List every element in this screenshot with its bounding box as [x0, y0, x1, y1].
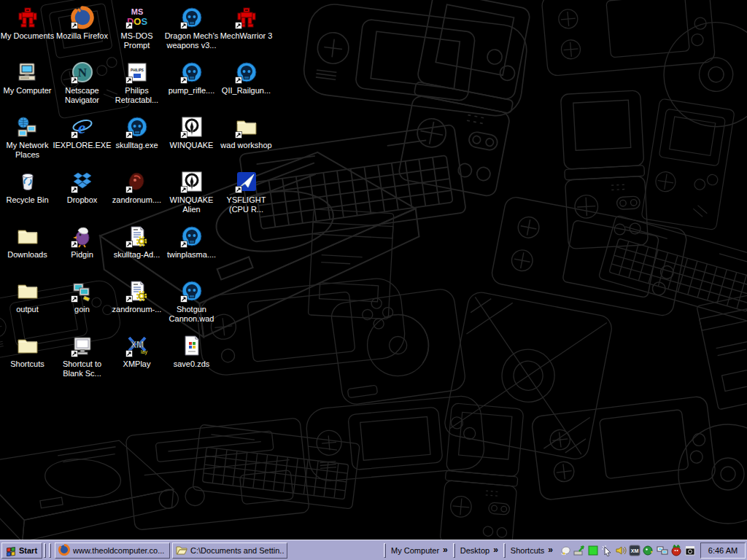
toolbar-label[interactable]: My Computer — [387, 546, 443, 555]
desktop-icon[interactable]: wad workshop — [219, 115, 274, 150]
desktop-icon[interactable]: skulltag-Ad... — [109, 225, 164, 260]
desktop-icon[interactable]: goin — [55, 279, 109, 314]
desktop-icon[interactable]: save0.zds — [164, 334, 219, 369]
desktop-icon-label: Shortcut to Blank Sc... — [51, 359, 114, 378]
xmplay-tray-icon[interactable]: XM — [629, 545, 640, 556]
system-tray: XM — [557, 545, 699, 556]
desktop-icon[interactable]: WINQUAKE Alien — [164, 170, 219, 214]
desktop-icon[interactable]: eIEXPLORE.EXE — [55, 115, 109, 150]
toolbar-grip[interactable] — [453, 543, 455, 558]
svg-text:lay: lay — [141, 349, 147, 355]
svg-text:N: N — [77, 66, 87, 79]
desktop-icon-label: Downloads — [0, 250, 59, 260]
desktop-icon-grid: My DocumentsMozilla FirefoxMSDOSMS-DOS P… — [0, 0, 747, 540]
keyboard-arrow-tray-icon[interactable] — [573, 545, 585, 556]
goin-icon — [71, 279, 94, 303]
desktop-icon-label: Shotgun Cannon.wad — [160, 305, 223, 323]
desktop-icon-label: Mozilla Firefox — [51, 31, 114, 41]
desktop-icon[interactable]: skulltag.exe — [109, 115, 164, 150]
desktop-icon[interactable]: Downloads — [0, 225, 55, 260]
taskbar-window-button[interactable]: C:\Documents and Settin... — [172, 542, 287, 559]
firefox-small-icon — [58, 544, 70, 557]
desktop-icon-label: WINQUAKE — [160, 141, 223, 150]
config-file-icon — [125, 279, 149, 303]
desktop-icon-label: skulltag.exe — [106, 141, 169, 150]
folder-icon — [16, 225, 39, 248]
network-tray-icon[interactable] — [657, 545, 668, 556]
desktop: My DocumentsMozilla FirefoxMSDOSMS-DOS P… — [0, 0, 747, 560]
desktop-icon[interactable]: Shortcuts — [0, 334, 55, 369]
desktop-icon[interactable]: output — [0, 279, 55, 314]
taskbar-grip[interactable] — [49, 543, 51, 558]
svg-text:XM: XM — [131, 340, 144, 350]
desktop-icon[interactable]: MechWarrior 3 — [219, 6, 274, 41]
green-creature-tray-icon[interactable] — [643, 545, 654, 556]
svg-text:MS: MS — [131, 7, 143, 16]
desktop-icon[interactable]: YSFLIGHT (CPU R... — [219, 170, 274, 214]
volume-tray-icon[interactable] — [615, 545, 627, 556]
desktop-icon[interactable]: pump_rifle.... — [164, 61, 219, 96]
quake-icon — [180, 115, 204, 139]
zandronum-sprite-icon — [125, 170, 149, 193]
desktop-icon-label: twinplasma.... — [160, 250, 223, 260]
taskbar-toolbar-desktop: Desktop» — [452, 542, 502, 559]
netscape-icon: N — [71, 61, 94, 84]
start-label: Start — [19, 546, 37, 555]
desktop-icon-label: MS-DOS Prompt — [106, 31, 169, 50]
desktop-icon-label: output — [0, 305, 59, 314]
desktop-icon[interactable]: QII_Railgun... — [219, 61, 274, 96]
desktop-icon-label: skulltag-Ad... — [106, 250, 169, 260]
chevron-button[interactable]: » — [548, 545, 557, 556]
desktop-icon[interactable]: MSDOSMS-DOS Prompt — [109, 6, 164, 50]
start-button[interactable]: Start — [1, 542, 42, 559]
desktop-icon[interactable]: My Documents — [0, 6, 55, 41]
desktop-icon[interactable]: Shotgun Cannon.wad — [164, 279, 219, 323]
folder-icon — [16, 279, 39, 303]
network-places-icon — [16, 115, 39, 139]
desktop-icon[interactable]: Mozilla Firefox — [55, 6, 109, 41]
toolbar-grip[interactable] — [503, 543, 506, 558]
pointer-tray-icon[interactable] — [601, 545, 613, 556]
desktop-icon[interactable]: NNetscape Navigator — [55, 61, 109, 104]
desktop-icon[interactable]: Recycle Bin — [0, 170, 55, 205]
desktop-icon[interactable]: My Network Places — [0, 115, 55, 159]
desktop-icon[interactable]: PHILIPSPhilips Retractabl... — [109, 61, 164, 104]
desktop-icon-label: QII_Railgun... — [215, 86, 278, 96]
desktop-icon[interactable]: twinplasma.... — [164, 225, 219, 260]
msdos-icon: MSDOS — [125, 6, 149, 29]
toolbar-label[interactable]: Shortcuts — [507, 546, 548, 555]
chevron-button[interactable]: » — [443, 545, 452, 556]
desktop-icon[interactable]: Pidgin — [55, 225, 109, 260]
taskbar-toolbar-shortcuts: Shortcuts» — [502, 542, 557, 559]
red-mech-icon — [235, 6, 258, 29]
desktop-icon[interactable]: My Computer — [0, 61, 55, 96]
taskbar-grip[interactable] — [44, 543, 46, 558]
desktop-icon-label: zandronum-... — [106, 305, 169, 314]
desktop-icon[interactable]: Shortcut to Blank Sc... — [55, 334, 109, 378]
red-creature-tray-icon[interactable] — [670, 545, 682, 556]
taskbar-window-buttons: www.theoldcomputer.co...C:\Documents and… — [53, 542, 287, 559]
desktop-icon[interactable]: WINQUAKE — [164, 115, 219, 150]
desktop-icon-label: pump_rifle.... — [160, 86, 223, 96]
desktop-icon[interactable]: zandronum-... — [109, 279, 164, 314]
desktop-icon[interactable]: XMlayXMPlay — [109, 334, 164, 369]
toolbar-grip[interactable] — [384, 543, 386, 558]
toolbar-label[interactable]: Desktop — [457, 546, 493, 555]
folder-icon — [235, 115, 258, 139]
green-square-tray-icon[interactable] — [587, 545, 599, 556]
svg-text:PHILIPS: PHILIPS — [131, 69, 144, 72]
blue-skull-icon — [180, 225, 204, 248]
blue-skull-icon — [235, 61, 258, 84]
taskbar-toolbars: My Computer»Desktop»Shortcuts» — [382, 542, 557, 559]
taskbar-window-button[interactable]: www.theoldcomputer.co... — [55, 542, 170, 559]
desktop-icon[interactable]: Dragon Mech's weapons v3... — [164, 6, 219, 50]
windows-logo-icon — [5, 545, 17, 556]
chevron-button[interactable]: » — [493, 545, 502, 556]
mouse-tray-icon[interactable] — [560, 545, 571, 556]
desktop-icon-label: Recycle Bin — [0, 195, 59, 205]
camera-tray-icon[interactable] — [684, 545, 696, 556]
desktop-icon-label: My Computer — [0, 86, 59, 96]
desktop-icon[interactable]: zandronum.... — [109, 170, 164, 205]
taskbar-clock: 6:46 AM — [700, 542, 746, 559]
desktop-icon[interactable]: Dropbox — [55, 170, 109, 205]
